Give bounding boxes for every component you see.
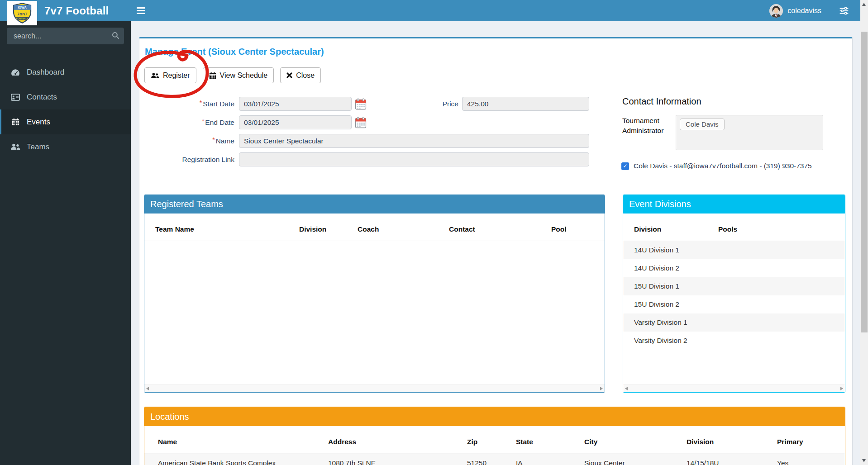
tournament-administrator-label: Tournament Administrator xyxy=(622,116,676,135)
close-x-icon xyxy=(286,72,292,78)
scroll-right-arrow-icon[interactable] xyxy=(840,387,843,390)
check-icon: ✓ xyxy=(623,163,627,169)
close-button-label: Close xyxy=(296,71,315,80)
end-date-picker-icon[interactable] xyxy=(355,117,367,128)
event-divisions-body: 14U Division 1 14U Division 2 15U Divisi… xyxy=(623,241,845,350)
register-button[interactable]: Register xyxy=(144,67,196,83)
division-row[interactable]: 15U Division 2 xyxy=(623,295,845,313)
end-date-label: *End Date xyxy=(139,119,234,127)
sidebar-item-label: Dashboard xyxy=(27,68,64,77)
start-date-picker-icon[interactable] xyxy=(355,98,367,110)
close-button[interactable]: Close xyxy=(280,67,321,83)
scroll-up-arrow-icon[interactable] xyxy=(862,3,866,6)
tournament-administrator-select[interactable]: Cole Davis xyxy=(676,115,823,150)
col-name: Name xyxy=(144,426,315,454)
table-header-row: Division Pools xyxy=(623,214,845,241)
price-row: Price xyxy=(395,97,589,111)
col-division: Division xyxy=(673,426,763,454)
sidebar-item-label: Contacts xyxy=(27,93,57,102)
end-date-input[interactable] xyxy=(239,115,352,129)
search-icon[interactable] xyxy=(112,32,119,41)
table-header-row: Name Address Zip State City Division Pri… xyxy=(144,426,845,454)
window-scrollbar[interactable] xyxy=(860,0,868,465)
price-label: Price xyxy=(395,100,458,108)
event-divisions-header: Event Divisions xyxy=(623,195,845,214)
event-divisions-table: Division Pools 14U Division 1 14U Divisi… xyxy=(623,214,845,350)
navbar-user-area: coledaviss xyxy=(769,0,849,21)
scroll-down-arrow-icon[interactable] xyxy=(862,459,866,462)
locations-header: Locations xyxy=(144,407,845,426)
view-schedule-button-label: View Schedule xyxy=(220,71,268,80)
col-zip: Zip xyxy=(453,426,502,454)
col-coach: Coach xyxy=(347,214,438,241)
start-date-input[interactable] xyxy=(239,97,352,111)
contact-checkbox[interactable]: ✓ xyxy=(621,162,629,170)
event-name-input[interactable] xyxy=(239,134,589,148)
sidebar: Dashboard Contacts Events Teams xyxy=(0,21,131,465)
location-row[interactable]: American State Bank Sports Complex 1080 … xyxy=(144,454,845,465)
svg-text:IOWA: IOWA xyxy=(18,5,27,9)
toolbar: Register View Schedule Close xyxy=(144,67,321,83)
sidebar-item-dashboard[interactable]: Dashboard xyxy=(0,60,131,85)
contact-checkbox-row: ✓ Cole Davis - staff@iowa7v7football.com… xyxy=(621,162,812,170)
end-date-row: *End Date xyxy=(139,115,367,129)
col-contact: Contact xyxy=(438,214,540,241)
col-address: Address xyxy=(315,426,453,454)
register-button-label: Register xyxy=(163,71,190,80)
locations-body: American State Bank Sports Complex 1080 … xyxy=(144,454,845,465)
division-row[interactable]: Varsity Division 2 xyxy=(623,332,845,350)
horizontal-scrollbar[interactable] xyxy=(144,384,605,392)
svg-text:7on7: 7on7 xyxy=(17,11,28,16)
search-input[interactable] xyxy=(7,28,124,44)
top-navbar: IOWA 7on7 FOOTBALL 7v7 Football coled xyxy=(0,0,868,21)
registration-link-row: Registration Link xyxy=(139,152,589,166)
price-input[interactable] xyxy=(462,97,589,111)
division-row[interactable]: Varsity Division 1 xyxy=(623,313,845,332)
start-date-label: *Start Date xyxy=(139,100,234,108)
sidebar-item-teams[interactable]: Teams xyxy=(0,134,131,159)
brand-title: 7v7 Football xyxy=(44,5,109,17)
scroll-left-arrow-icon[interactable] xyxy=(625,387,628,390)
username[interactable]: coledaviss xyxy=(787,7,821,15)
iowa-7v7-logo: IOWA 7on7 FOOTBALL xyxy=(7,1,37,25)
registration-link-input[interactable] xyxy=(239,152,589,166)
col-state: State xyxy=(502,426,571,454)
users-icon xyxy=(10,143,21,150)
sidebar-item-events[interactable]: Events xyxy=(0,109,131,134)
sidebar-toggle-icon[interactable] xyxy=(137,7,145,14)
col-pool: Pool xyxy=(540,214,605,241)
sidebar-item-label: Teams xyxy=(27,142,49,152)
view-schedule-button[interactable]: View Schedule xyxy=(203,67,274,83)
scroll-left-arrow-icon[interactable] xyxy=(146,387,149,390)
scroll-right-arrow-icon[interactable] xyxy=(600,387,603,390)
sidebar-search xyxy=(7,28,124,44)
users-icon xyxy=(151,72,159,79)
division-row[interactable]: 14U Division 2 xyxy=(623,259,845,277)
col-pools: Pools xyxy=(707,214,845,241)
locations-panel: Locations Name Address Zip State City Di… xyxy=(144,407,845,465)
start-date-row: *Start Date xyxy=(139,97,367,111)
contact-checkbox-label: Cole Davis - staff@iowa7v7football.com -… xyxy=(634,162,812,170)
registration-link-label: Registration Link xyxy=(139,156,234,164)
id-card-icon xyxy=(10,94,21,101)
col-division: Division xyxy=(288,214,347,241)
brand[interactable]: IOWA 7on7 FOOTBALL 7v7 Football xyxy=(0,0,131,21)
page-title: Manage Event (Sioux Center Spectacular) xyxy=(145,47,324,57)
manage-event-panel: Manage Event (Sioux Center Spectacular) … xyxy=(139,37,853,465)
registered-teams-panel: Registered Teams Team Name Division Coac… xyxy=(144,195,605,393)
app-window: IOWA 7on7 FOOTBALL 7v7 Football coled xyxy=(0,0,868,465)
admin-chip[interactable]: Cole Davis xyxy=(680,119,725,130)
sidebar-item-label: Events xyxy=(27,118,50,127)
division-row[interactable]: 14U Division 1 xyxy=(623,241,845,260)
avatar[interactable] xyxy=(769,4,783,18)
scrollbar-thumb[interactable] xyxy=(861,32,868,332)
controls-sliders-icon[interactable] xyxy=(839,7,849,15)
division-row[interactable]: 15U Division 1 xyxy=(623,277,845,295)
dashboard-gauge-icon xyxy=(10,69,21,76)
horizontal-scrollbar[interactable] xyxy=(623,384,845,392)
svg-text:FOOTBALL: FOOTBALL xyxy=(16,17,28,20)
sidebar-item-contacts[interactable]: Contacts xyxy=(0,85,131,109)
registered-teams-table: Team Name Division Coach Contact Pool xyxy=(144,214,605,241)
sidebar-menu: Dashboard Contacts Events Teams xyxy=(0,60,131,159)
table-header-row: Team Name Division Coach Contact Pool xyxy=(144,214,605,241)
